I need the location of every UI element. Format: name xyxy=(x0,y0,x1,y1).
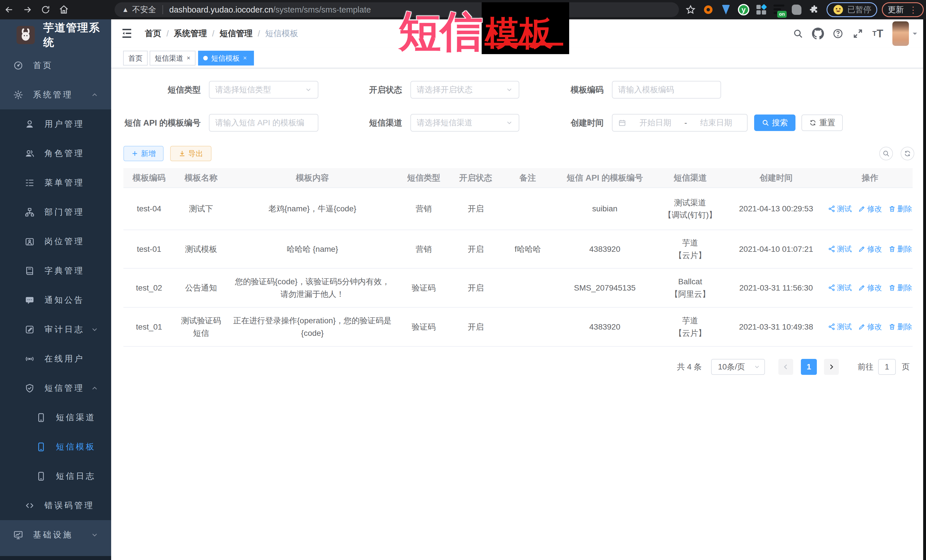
refresh-table-button[interactable] xyxy=(901,147,914,160)
edit-action-link[interactable]: 修改 xyxy=(858,203,882,214)
extension-orange-icon[interactable] xyxy=(700,2,717,18)
cell-actions: 测试修改删除 xyxy=(828,188,912,229)
app-title: 芋道管理系统 xyxy=(43,21,111,50)
goto-label: 前往 xyxy=(858,359,873,375)
sidebar-item-sms-template[interactable]: 短信模板 xyxy=(0,432,111,462)
sidebar-item-system[interactable]: 系统管理 xyxy=(0,80,111,109)
tab-home[interactable]: 首页 xyxy=(123,51,148,65)
sidebar-item-user[interactable]: 用户管理 xyxy=(0,109,111,139)
goto-page-input[interactable] xyxy=(878,359,896,375)
extension-gray-icon[interactable] xyxy=(788,2,805,18)
sidebar-item-online-user[interactable]: 在线用户 xyxy=(0,344,111,373)
template-code-input[interactable]: 请输入模板编码 xyxy=(612,81,721,98)
browser-reload-icon[interactable] xyxy=(36,2,55,18)
cell-type: 营销 xyxy=(397,188,450,229)
sidebar-item-menu[interactable]: 菜单管理 xyxy=(0,168,111,198)
extension-blue-gem-icon[interactable] xyxy=(718,2,734,18)
extension-green-y-icon[interactable]: y xyxy=(735,2,752,18)
filter-label-api-template-id: 短信 API 的模板编号 xyxy=(111,114,201,131)
next-page-button[interactable] xyxy=(824,359,839,375)
close-tab-icon[interactable]: × xyxy=(243,54,247,62)
extensions-puzzle-icon[interactable] xyxy=(806,2,823,18)
page-size-select[interactable]: 10条/页 xyxy=(711,359,765,375)
sms-type-select[interactable]: 请选择短信类型 xyxy=(209,81,318,98)
avatar-caret-down-icon[interactable] xyxy=(911,30,918,37)
cell-remark xyxy=(501,269,554,307)
app-logo-row[interactable]: 芋道管理系统 xyxy=(0,20,111,51)
reset-button[interactable]: 重置 xyxy=(802,115,843,131)
user-avatar[interactable] xyxy=(893,21,909,46)
fullscreen-icon[interactable] xyxy=(848,20,868,48)
test-action-link[interactable]: 测试 xyxy=(828,243,852,255)
sidebar-item-audit-log[interactable]: 审计日志 xyxy=(0,315,111,344)
api-template-id-input[interactable]: 请输入短信 API 的模板编 xyxy=(209,114,318,131)
sidebar-item-dict[interactable]: 字典管理 xyxy=(0,256,111,285)
channel-select[interactable]: 请选择短信渠道 xyxy=(410,114,519,131)
status-select[interactable]: 请选择开启状态 xyxy=(410,81,519,98)
sidebar-item-dept[interactable]: 部门管理 xyxy=(0,198,111,227)
browser-profile-button[interactable]: 已暂停 xyxy=(826,2,877,17)
breadcrumb-item[interactable]: 首页 xyxy=(145,28,161,39)
test-action-link[interactable]: 测试 xyxy=(828,321,852,332)
sidebar-item-sms-channel[interactable]: 短信渠道 xyxy=(0,403,111,432)
sidebar-item-error-code[interactable]: 错误码管理 xyxy=(0,491,111,520)
cell-created: 2021-04-13 00:29:53 xyxy=(725,188,828,229)
prev-page-button[interactable] xyxy=(778,359,793,375)
extension-grid-icon[interactable] xyxy=(753,2,770,18)
test-action-link[interactable]: 测试 xyxy=(828,282,852,293)
edit-action-link[interactable]: 修改 xyxy=(858,282,882,293)
cell-content: 您的验证码{code}，该验证码5分钟内有效，请勿泄漏于他人！ xyxy=(227,269,397,307)
start-date-placeholder: 开始日期 xyxy=(630,117,680,128)
delete-action-link[interactable]: 删除 xyxy=(888,282,912,293)
cell-api_id: suibian xyxy=(554,188,655,229)
toggle-search-button[interactable] xyxy=(879,147,893,160)
app-logo-rabbit-icon xyxy=(17,26,35,44)
browser-menu-dots-icon: ⋮ xyxy=(909,5,918,15)
bookmark-star-icon[interactable] xyxy=(682,2,699,18)
column-header: 短信 API 的模板编号 xyxy=(554,168,655,187)
cell-actions: 测试修改删除 xyxy=(828,308,912,346)
column-header: 短信类型 xyxy=(397,168,450,187)
search-button[interactable]: 搜索 xyxy=(754,115,796,131)
tab-label: 短信模板 xyxy=(211,54,240,63)
chevron-down-icon xyxy=(505,86,513,94)
breadcrumb-item: 短信模板 xyxy=(265,28,298,39)
sidebar-item-infra[interactable]: 基础设施 xyxy=(0,520,111,549)
close-tab-icon[interactable]: × xyxy=(187,54,191,62)
browser-back-icon[interactable] xyxy=(0,2,18,18)
page-number-button[interactable]: 1 xyxy=(801,359,817,375)
extension-tampermonkey-icon[interactable]: on xyxy=(771,2,787,18)
sidebar-item-role[interactable]: 角色管理 xyxy=(0,139,111,168)
sidebar-item-post[interactable]: 岗位管理 xyxy=(0,227,111,256)
address-bar[interactable]: ▲ 不安全 dashboard.yudao.iocoder.cn/system/… xyxy=(115,2,679,17)
delete-action-link[interactable]: 删除 xyxy=(888,243,912,255)
edit-action-link[interactable]: 修改 xyxy=(858,243,882,255)
sidebar-item-notice[interactable]: 通知公告 xyxy=(0,285,111,315)
org-tree-icon xyxy=(24,207,35,217)
browser-update-button[interactable]: 更新 ⋮ xyxy=(882,2,924,17)
header-search-icon[interactable] xyxy=(788,20,808,48)
cell-remark xyxy=(501,308,554,346)
edit-icon xyxy=(858,284,865,291)
delete-action-link[interactable]: 删除 xyxy=(888,321,912,332)
breadcrumb-item[interactable]: 系统管理 xyxy=(174,28,207,39)
sidebar-toggle-hamburger-icon[interactable] xyxy=(120,27,133,40)
main-panel: 首页/系统管理/短信管理/短信模板 TT 首页短信渠道×短信模板× 短信类型 请… xyxy=(111,20,926,560)
tab-sms-channel[interactable]: 短信渠道× xyxy=(150,51,195,65)
sidebar-item-sms[interactable]: 短信管理 xyxy=(0,373,111,403)
add-button[interactable]: 新增 xyxy=(123,146,163,161)
sidebar-item-sms-log[interactable]: 短信日志 xyxy=(0,462,111,491)
browser-home-icon[interactable] xyxy=(55,2,73,18)
font-size-icon[interactable]: TT xyxy=(868,20,888,48)
browser-forward-icon[interactable] xyxy=(18,2,36,18)
delete-action-link[interactable]: 删除 xyxy=(888,203,912,214)
test-action-link[interactable]: 测试 xyxy=(828,203,852,214)
help-icon[interactable] xyxy=(828,20,848,48)
export-button[interactable]: 导出 xyxy=(170,146,212,161)
tab-sms-template[interactable]: 短信模板× xyxy=(198,51,254,65)
sidebar-item-home[interactable]: 首页 xyxy=(0,51,111,80)
breadcrumb-item[interactable]: 短信管理 xyxy=(219,28,253,39)
create-time-range-picker[interactable]: 开始日期 - 结束日期 xyxy=(612,114,747,131)
github-icon[interactable] xyxy=(808,20,828,48)
edit-action-link[interactable]: 修改 xyxy=(858,321,882,332)
